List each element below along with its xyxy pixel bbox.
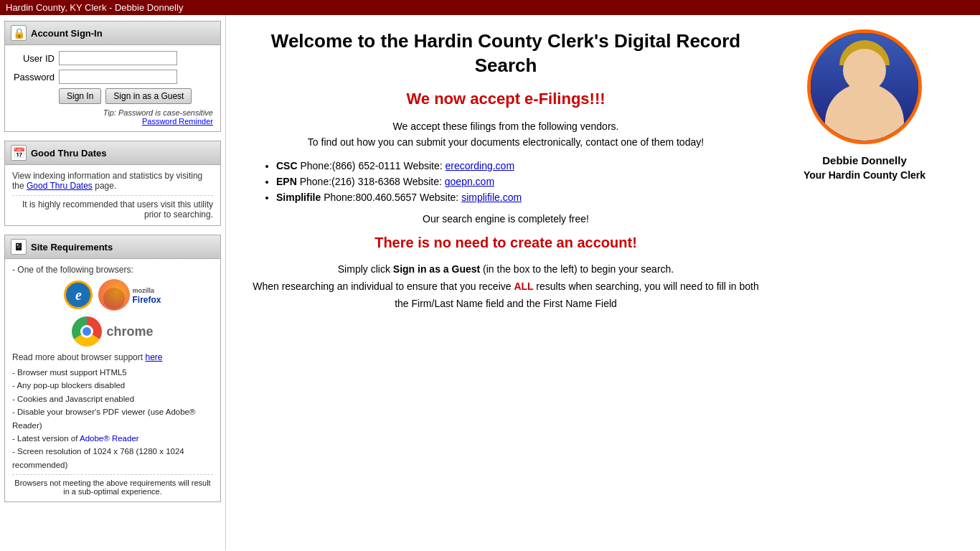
topbar: Hardin County, KY Clerk - Debbie Donnell… [0, 0, 980, 15]
good-thru-body: View indexing information and statistics… [5, 165, 220, 225]
chrome-label: chrome [106, 324, 153, 339]
firefox-label: mozillaFirefox [132, 285, 161, 305]
userid-row: User ID [12, 51, 213, 65]
chrome-icon [72, 316, 102, 347]
vendor-list: CSC Phone:(866) 652-0111 Website: erecor… [248, 160, 764, 203]
site-req-title: Site Requirements [31, 242, 113, 253]
browser-icons: e mozillaFirefox [12, 279, 213, 311]
button-row: Sign In Sign in as a Guest [59, 88, 213, 104]
guest-button[interactable]: Sign in as a Guest [105, 88, 192, 104]
clerk-title: Your Hardin County Clerk [804, 169, 925, 181]
firefox-icon [98, 279, 130, 311]
chrome-row: chrome [12, 316, 213, 347]
account-panel: 🔒 Account Sign-In User ID Password Sign … [4, 21, 221, 132]
site-req-header: 🖥 Site Requirements [5, 235, 220, 259]
site-req-panel: 🖥 Site Requirements - One of the followi… [4, 235, 221, 502]
firefox-browser: mozillaFirefox [98, 279, 161, 311]
welcome-title: Welcome to the Hardin County Clerk's Dig… [248, 29, 764, 78]
topbar-separator: - [106, 2, 115, 13]
password-row: Password [12, 70, 213, 84]
person-placeholder [811, 33, 918, 141]
clerk-name: Debbie Donnelly [822, 153, 907, 169]
list-item: EPN Phone:(216) 318-6368 Website: goepn.… [276, 176, 764, 187]
sidebar: 🔒 Account Sign-In User ID Password Sign … [0, 15, 226, 550]
ie-icon: e [64, 281, 93, 309]
account-panel-body: User ID Password Sign In Sign in as a Gu… [5, 45, 220, 131]
browser-warning: Browsers not meeting the above requireme… [12, 474, 213, 496]
userid-label: User ID [12, 53, 59, 64]
good-thru-note: It is highly recommended that users visi… [12, 195, 213, 220]
sign-in-button[interactable]: Sign In [59, 88, 101, 104]
good-thru-link[interactable]: Good Thru Dates [27, 181, 93, 191]
read-more-text: Read more about browser support here [12, 352, 213, 362]
account-panel-title: Account Sign-In [31, 28, 103, 39]
adobe-link[interactable]: Adobe® Reader [80, 434, 139, 443]
good-thru-panel: 📅 Good Thru Dates View indexing informat… [4, 141, 221, 226]
person-body [825, 83, 904, 141]
good-thru-text: View indexing information and statistics… [12, 171, 213, 191]
clerk-photo [807, 29, 922, 144]
efilings-notice: We now accept e-Filings!!! [248, 90, 764, 108]
tip-text: Tip: Password is case-sensitive [12, 108, 213, 117]
browsers-label: - One of the following browsers: [12, 265, 213, 275]
main-content: Welcome to the Hardin County Clerk's Dig… [226, 15, 786, 550]
accept-text: We accept these filings from the followi… [248, 118, 764, 151]
clerk-panel: Debbie Donnelly Your Hardin County Clerk [786, 15, 943, 550]
read-more-link[interactable]: here [145, 352, 162, 362]
calendar-icon: 📅 [11, 145, 27, 161]
csc-link[interactable]: erecording.com [446, 160, 515, 171]
good-thru-title: Good Thru Dates [31, 148, 106, 159]
free-text: Our search engine is completely free! [248, 213, 764, 225]
simplifile-link[interactable]: simplifile.com [461, 192, 522, 203]
password-input[interactable] [59, 70, 177, 84]
userid-input[interactable] [59, 51, 177, 65]
topbar-clerk: Debbie Donnelly [115, 2, 183, 13]
no-account: There is no need to create an account! [248, 235, 764, 251]
good-thru-header: 📅 Good Thru Dates [5, 141, 220, 165]
list-item: CSC Phone:(866) 652-0111 Website: erecor… [276, 160, 764, 171]
password-reminder-link[interactable]: Password Reminder [12, 117, 213, 126]
password-label: Password [12, 72, 59, 83]
instructions: Simply click Sign in as a Guest (in the … [248, 261, 764, 312]
epn-link[interactable]: goepn.com [445, 176, 494, 187]
list-item: Simplifile Phone:800.460.5657 Website: s… [276, 192, 764, 203]
requirements-list: - Browser must support HTML5 - Any pop-u… [12, 366, 213, 471]
lock-icon: 🔒 [11, 25, 27, 41]
account-panel-header: 🔒 Account Sign-In [5, 22, 220, 45]
topbar-title: Hardin County, KY Clerk [6, 2, 106, 13]
site-req-body: - One of the following browsers: e mozil… [5, 259, 220, 501]
monitor-icon: 🖥 [11, 239, 27, 255]
